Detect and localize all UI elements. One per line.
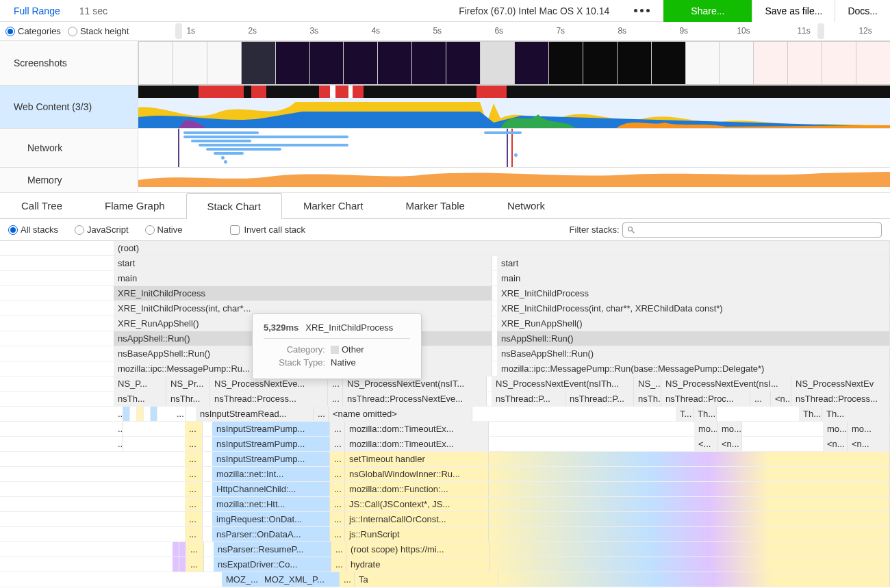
stack-frame[interactable]: nsThread::P... xyxy=(492,392,565,406)
stack-frame[interactable]: ... xyxy=(185,482,203,496)
memory-track[interactable] xyxy=(138,168,890,187)
stack-frame[interactable]: nsThread::Proc... xyxy=(661,392,750,406)
stack-frame[interactable]: ... xyxy=(330,437,345,451)
tab-call-tree[interactable]: Call Tree xyxy=(0,193,84,218)
screenshots-track-label[interactable]: Screenshots xyxy=(0,41,138,85)
stack-frame[interactable]: XRE_InitChildProcess xyxy=(497,286,890,301)
stack-frame[interactable]: nsExpatDriver::Co... xyxy=(214,557,331,572)
stack-frame[interactable] xyxy=(489,512,890,526)
stack-frame[interactable]: (root) xyxy=(114,241,890,255)
stack-frame[interactable]: ... xyxy=(331,542,346,557)
stack-frame[interactable] xyxy=(489,527,890,541)
stack-frame[interactable]: ... xyxy=(185,452,203,466)
stack-frame[interactable]: <... xyxy=(694,437,717,451)
stack-frame[interactable]: ... xyxy=(173,407,186,421)
stack-frame[interactable]: nsThr... xyxy=(166,392,210,406)
stack-frame[interactable] xyxy=(489,452,890,466)
stack-frame[interactable]: nsParser::ResumeP... xyxy=(214,542,331,557)
all-stacks-radio[interactable]: All stacks xyxy=(8,225,58,235)
stack-frame[interactable]: mozilla::ipc::MessagePump::Run(base::Mes… xyxy=(497,361,890,376)
stack-frame[interactable]: ... xyxy=(114,422,123,436)
range-start-handle[interactable] xyxy=(175,23,182,39)
stack-frame[interactable]: <n... xyxy=(823,437,848,451)
stack-frame[interactable]: js::InternalCallOrConst... xyxy=(345,512,489,526)
native-radio[interactable]: Native xyxy=(145,225,183,235)
more-menu-button[interactable] xyxy=(620,0,663,21)
stack-frame[interactable]: (root scope) https://mi... xyxy=(346,542,490,557)
stack-frame[interactable]: ... xyxy=(314,407,329,421)
stack-frame[interactable]: NS_P... xyxy=(114,376,166,391)
docs-button[interactable]: Docs... xyxy=(835,0,890,22)
stack-frame[interactable] xyxy=(489,497,890,511)
stack-height-radio[interactable]: Stack height xyxy=(68,26,129,36)
stack-frame[interactable] xyxy=(490,557,890,572)
stack-frame[interactable]: nsInputStreamPump... xyxy=(212,452,330,466)
stack-frame[interactable]: T... xyxy=(676,407,694,421)
stack-frame[interactable]: Th... xyxy=(694,407,717,421)
stack-frame[interactable]: nsInputStreamRead... xyxy=(196,407,314,421)
stack-frame[interactable]: NS_ProcessNextEvent(nsI... xyxy=(661,376,791,391)
stack-frame[interactable]: mozilla::dom::TimeoutEx... xyxy=(345,422,489,436)
range-end-handle[interactable] xyxy=(817,23,824,39)
filter-stacks-input[interactable] xyxy=(622,222,882,238)
stack-frame[interactable]: NS_... xyxy=(634,376,661,391)
stack-frame[interactable]: nsGlobalWindowInner::Ru... xyxy=(345,467,489,481)
stack-frame[interactable]: nsThread::Process... xyxy=(210,392,328,406)
web-content-track[interactable] xyxy=(138,86,890,128)
tab-flame-graph[interactable]: Flame Graph xyxy=(84,193,186,218)
stack-frame[interactable]: ... xyxy=(330,527,345,541)
invert-checkbox[interactable]: Invert call stack xyxy=(230,225,305,235)
categories-radio[interactable]: Categories xyxy=(5,26,61,36)
stack-frame[interactable]: JS::Call(JSContext*, JS... xyxy=(345,497,489,511)
stack-frame[interactable]: ... xyxy=(328,392,343,406)
stack-frame[interactable]: mozilla::dom::TimeoutEx... xyxy=(345,437,489,451)
stack-frame[interactable]: MOZ_XML_P... xyxy=(260,572,340,587)
tab-marker-table[interactable]: Marker Table xyxy=(384,193,485,218)
stack-frame[interactable]: ... xyxy=(331,557,346,572)
stack-frame[interactable]: main xyxy=(497,271,890,285)
stack-frame[interactable]: nsThread::Process... xyxy=(791,392,890,406)
stack-frame[interactable]: mo... xyxy=(848,422,890,436)
stack-frame[interactable]: nsInputStreamPump... xyxy=(212,437,330,451)
screenshots-strip[interactable] xyxy=(138,41,890,85)
stack-frame[interactable]: nsTh... xyxy=(114,392,166,406)
share-button[interactable]: Share... xyxy=(663,0,752,22)
stack-frame[interactable]: mozilla::net::Htt... xyxy=(212,497,330,511)
stack-frame[interactable]: Th... xyxy=(822,407,890,421)
stack-frame[interactable]: mozilla::dom::Function:... xyxy=(345,482,489,496)
stack-frame[interactable]: ... xyxy=(185,497,203,511)
stack-frame[interactable]: XRE_InitChildProcess xyxy=(114,286,492,301)
memory-track-label[interactable]: Memory xyxy=(0,168,138,192)
stack-frame[interactable]: imgRequest::OnDat... xyxy=(212,512,330,526)
stack-frame[interactable] xyxy=(490,542,890,557)
stack-frame[interactable]: start xyxy=(114,256,492,270)
tab-marker-chart[interactable]: Marker Chart xyxy=(282,193,385,218)
stack-frame[interactable]: nsThread::ProcessNextEve... xyxy=(343,392,487,406)
stack-frame[interactable]: nsTh... xyxy=(634,392,661,406)
stack-frame[interactable]: mo... xyxy=(823,422,848,436)
stack-frame[interactable]: ... xyxy=(330,512,345,526)
web-content-track-label[interactable]: Web Content (3/3) xyxy=(0,86,138,128)
full-range-link[interactable]: Full Range xyxy=(0,5,74,16)
save-file-button[interactable]: Save as file... xyxy=(752,0,835,22)
network-track[interactable] xyxy=(138,129,890,167)
stack-frame[interactable]: nsThread::P... xyxy=(565,392,634,406)
stack-frame[interactable]: ... xyxy=(114,407,123,421)
stack-frame[interactable] xyxy=(498,572,890,587)
stack-frame[interactable]: <n... xyxy=(717,437,742,451)
stack-frame[interactable]: <n... xyxy=(848,437,890,451)
tab-stack-chart[interactable]: Stack Chart xyxy=(186,193,282,219)
stack-frame[interactable]: NS_ProcessNextEvent(nsITh... xyxy=(492,376,634,391)
stack-frame[interactable]: ... xyxy=(186,542,204,557)
stack-frame[interactable]: ... xyxy=(330,482,345,496)
tab-network[interactable]: Network xyxy=(486,193,566,218)
stack-frame[interactable]: XRE_RunAppShell() xyxy=(497,316,890,331)
network-track-label[interactable]: Network xyxy=(0,129,138,167)
stack-frame[interactable]: hydrate xyxy=(346,557,490,572)
stack-frame[interactable]: ... xyxy=(330,452,345,466)
javascript-radio[interactable]: JavaScript xyxy=(75,225,129,235)
stack-frame[interactable]: ... xyxy=(185,527,203,541)
stack-frame[interactable]: Th... xyxy=(799,407,822,421)
stack-frame[interactable]: XRE_InitChildProcess(int, char**, XREChi… xyxy=(497,301,890,316)
stack-frame[interactable]: ... xyxy=(330,422,345,436)
